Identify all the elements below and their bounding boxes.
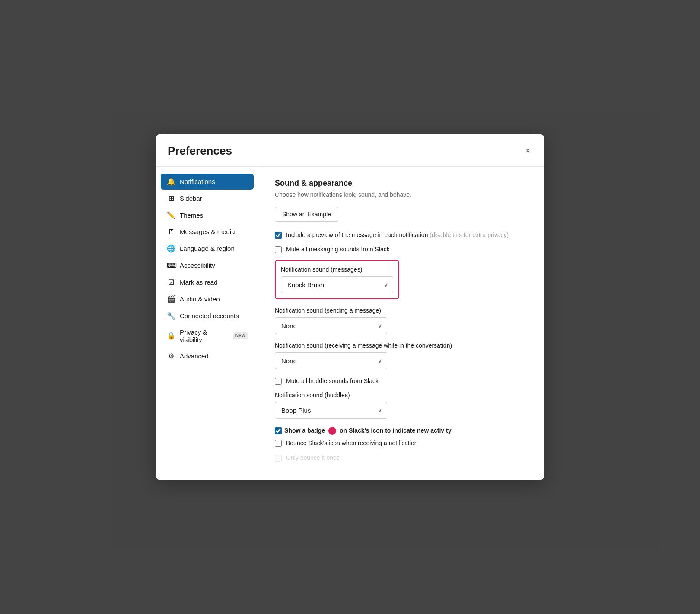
notification-huddles-dropdown-wrapper: None Knock Brush Boop Plus Ding ∨ [275, 402, 387, 419]
mute-messaging-row: Mute all messaging sounds from Slack [275, 245, 529, 254]
notification-huddles-dropdown-group: Notification sound (huddles) None Knock … [275, 392, 529, 419]
bounce-once-label: Only bounce it once [286, 454, 340, 462]
sidebar-item-messages-media[interactable]: 🖥 Messages & media [161, 224, 254, 240]
include-preview-label: Include a preview of the message in each… [286, 231, 509, 240]
notification-messages-dropdown-group: Notification sound (messages) Knock Brus… [281, 266, 393, 293]
modal-overlay: Preferences × 🔔 Notifications ⊞ Sidebar … [0, 0, 700, 614]
notification-receiving-select[interactable]: None Knock Brush Boop Plus Ding [275, 352, 387, 369]
notification-sound-messages-highlighted-box: Notification sound (messages) Knock Brus… [275, 260, 399, 299]
advanced-icon: ⚙ [167, 352, 175, 360]
notification-sending-label: Notification sound (sending a message) [275, 307, 529, 314]
language-icon: 🌐 [167, 244, 175, 253]
sidebar-item-label: Notifications [180, 178, 215, 185]
mark-read-icon: ☑ [167, 278, 175, 286]
section-title: Sound & appearance [275, 179, 529, 188]
preferences-modal: Preferences × 🔔 Notifications ⊞ Sidebar … [156, 134, 544, 481]
close-button[interactable]: × [523, 144, 532, 157]
sidebar-item-advanced[interactable]: ⚙ Advanced [161, 348, 254, 364]
sidebar: 🔔 Notifications ⊞ Sidebar ✏️ Themes 🖥 Me… [156, 167, 259, 481]
audio-video-icon: 🎬 [167, 295, 175, 303]
themes-icon: ✏️ [167, 211, 175, 219]
bounce-icon-row: Bounce Slack's icon when receiving a not… [275, 439, 529, 448]
connected-accounts-icon: 🔧 [167, 312, 175, 320]
notification-messages-select[interactable]: Knock Brush None Boop Plus Ding Hummus P… [281, 276, 393, 293]
mute-messaging-checkbox[interactable] [275, 246, 282, 253]
bounce-once-checkbox [275, 455, 282, 462]
show-example-button[interactable]: Show an Example [275, 207, 338, 222]
bounce-once-row: Only bounce it once [275, 454, 529, 462]
sidebar-item-label: Messages & media [180, 228, 235, 235]
section-subtitle: Choose how notifications look, sound, an… [275, 191, 529, 198]
notification-receiving-label: Notification sound (receiving a message … [275, 342, 529, 349]
bounce-icon-label: Bounce Slack's icon when receiving a not… [286, 439, 418, 448]
modal-body: 🔔 Notifications ⊞ Sidebar ✏️ Themes 🖥 Me… [156, 167, 544, 481]
content-area: Sound & appearance Choose how notificati… [259, 167, 544, 481]
sidebar-icon: ⊞ [167, 194, 175, 203]
notification-sending-dropdown-wrapper: None Knock Brush Boop Plus Ding ∨ [275, 317, 387, 334]
sidebar-item-sidebar[interactable]: ⊞ Sidebar [161, 190, 254, 206]
notification-sending-dropdown-group: Notification sound (sending a message) N… [275, 307, 529, 334]
sidebar-item-label: Language & region [180, 245, 235, 252]
sidebar-item-label: Advanced [180, 352, 209, 360]
sidebar-item-connected-accounts[interactable]: 🔧 Connected accounts [161, 308, 254, 324]
sidebar-item-privacy-visibility[interactable]: 🔒 Privacy & visibility NEW [161, 325, 254, 347]
modal-title: Preferences [168, 144, 232, 158]
new-badge: NEW [233, 332, 248, 339]
sidebar-item-notifications[interactable]: 🔔 Notifications [161, 174, 254, 190]
sidebar-item-audio-video[interactable]: 🎬 Audio & video [161, 291, 254, 307]
sidebar-item-accessibility[interactable]: ⌨ Accessibility [161, 257, 254, 273]
mute-huddle-checkbox[interactable] [275, 378, 282, 385]
sidebar-item-label: Mark as read [180, 279, 218, 286]
sidebar-item-label: Accessibility [180, 262, 215, 269]
show-badge-row: Show a badge on Slack's icon to indicate… [275, 427, 529, 435]
sidebar-item-language-region[interactable]: 🌐 Language & region [161, 241, 254, 256]
mute-huddle-row: Mute all huddle sounds from Slack [275, 377, 529, 386]
mute-messaging-label: Mute all messaging sounds from Slack [286, 245, 390, 254]
notification-messages-label: Notification sound (messages) [281, 266, 393, 273]
show-badge-label: Show a badge on Slack's icon to indicate… [284, 427, 451, 435]
sidebar-item-label: Themes [180, 212, 203, 219]
privacy-icon: 🔒 [167, 332, 175, 340]
bounce-icon-checkbox[interactable] [275, 440, 282, 447]
messages-media-icon: 🖥 [167, 228, 175, 236]
badge-dot-icon [328, 427, 336, 435]
notification-sending-select[interactable]: None Knock Brush Boop Plus Ding [275, 317, 387, 334]
include-preview-row: Include a preview of the message in each… [275, 231, 529, 240]
notification-messages-dropdown-wrapper: Knock Brush None Boop Plus Ding Hummus P… [281, 276, 393, 293]
notification-huddles-label: Notification sound (huddles) [275, 392, 529, 399]
include-preview-muted: (disable this for extra privacy) [430, 231, 509, 238]
bell-icon: 🔔 [167, 177, 175, 186]
sidebar-item-label: Connected accounts [180, 312, 239, 320]
sidebar-item-label: Sidebar [180, 195, 202, 202]
accessibility-icon: ⌨ [167, 261, 175, 269]
mute-huddle-label: Mute all huddle sounds from Slack [286, 377, 379, 386]
notification-receiving-dropdown-group: Notification sound (receiving a message … [275, 342, 529, 369]
notification-huddles-select[interactable]: None Knock Brush Boop Plus Ding [275, 402, 387, 419]
sidebar-item-mark-as-read[interactable]: ☑ Mark as read [161, 274, 254, 290]
sidebar-item-themes[interactable]: ✏️ Themes [161, 207, 254, 223]
sidebar-item-label: Privacy & visibility [180, 329, 227, 343]
include-preview-checkbox[interactable] [275, 232, 282, 239]
show-badge-checkbox[interactable] [275, 427, 282, 434]
sidebar-item-label: Audio & video [180, 295, 220, 303]
modal-header: Preferences × [156, 134, 544, 167]
notification-receiving-dropdown-wrapper: None Knock Brush Boop Plus Ding ∨ [275, 352, 387, 369]
